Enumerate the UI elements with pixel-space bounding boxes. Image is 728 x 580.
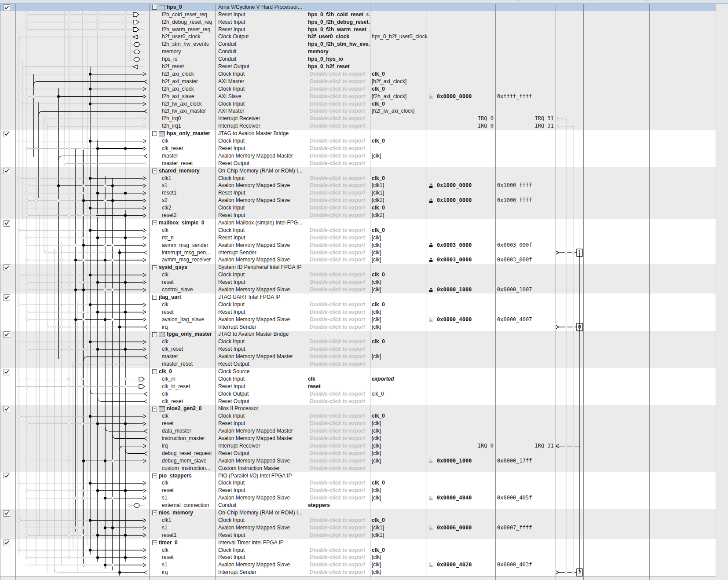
export-cell[interactable]: Double-click to export (307, 212, 368, 219)
export-cell[interactable]: Double-click to export (307, 286, 368, 294)
component-name-cell[interactable]: −pio_steppers (152, 472, 215, 480)
clock-cell[interactable]: [clk] (372, 308, 427, 316)
export-cell[interactable]: Double-click to export (307, 78, 368, 85)
component-name-cell[interactable]: −fpga_only_master (152, 330, 215, 338)
port-name-cell[interactable]: reset (162, 554, 215, 561)
port-name-cell[interactable]: f2h_irq1 (162, 122, 215, 130)
end-address-cell[interactable]: 0xffff_ffff (497, 93, 556, 100)
export-cell[interactable]: Double-click to export (307, 398, 368, 405)
port-name-cell[interactable]: master_reset (162, 360, 215, 368)
base-address-cell[interactable]: 0x0000_1000 (428, 457, 495, 465)
clock-cell[interactable]: clk_0 (372, 479, 427, 487)
export-cell[interactable]: hps_0_hps_io (308, 55, 370, 63)
export-cell[interactable]: Double-click to export (307, 256, 368, 264)
export-cell[interactable]: steppers (308, 502, 370, 509)
end-address-cell[interactable]: 0x0007_ffff (497, 524, 556, 532)
collapse-toggle[interactable]: − (152, 332, 157, 337)
port-name-cell[interactable]: clk (162, 547, 215, 554)
port-name-cell[interactable]: avalon_jtag_slave (162, 316, 215, 323)
base-address-cell[interactable]: 0x0006_0000 (428, 524, 495, 532)
clock-cell[interactable]: [clk1] (372, 182, 427, 189)
port-name-cell[interactable]: reset (162, 420, 215, 427)
clock-cell[interactable]: clk_0 (372, 517, 427, 524)
export-cell[interactable]: Double-click to export (307, 487, 368, 494)
port-name-cell[interactable]: h2f_axi_master (162, 78, 215, 85)
component-name-cell[interactable]: −mailbox_simple_0 (152, 219, 215, 227)
export-cell[interactable]: Double-click to export (307, 457, 368, 465)
clock-cell[interactable]: [clk] (372, 279, 427, 286)
clock-cell[interactable]: [clk] (372, 427, 427, 435)
export-cell[interactable]: Double-click to export (307, 465, 368, 472)
collapse-toggle[interactable]: − (152, 265, 157, 270)
use-checkbox[interactable] (4, 4, 10, 11)
clock-cell[interactable]: [clk] (372, 420, 427, 427)
clock-cell[interactable]: [clk2] (372, 197, 427, 204)
clock-cell[interactable]: [h2f_axi_clock] (372, 78, 427, 85)
export-cell[interactable]: Double-click to export (307, 145, 368, 152)
clock-cell[interactable]: [clk] (372, 242, 427, 249)
export-cell[interactable]: hps_0_f2h_warm_reset_... (308, 26, 370, 33)
irq-wires[interactable]: 102 (556, 0, 585, 580)
port-name-cell[interactable]: master (162, 152, 215, 160)
end-address-cell[interactable]: 0x0000_1007 (497, 286, 556, 294)
export-cell[interactable]: Double-click to export (307, 494, 368, 502)
port-name-cell[interactable]: clk (162, 390, 215, 398)
export-cell[interactable]: Double-click to export (307, 204, 368, 212)
base-address-cell[interactable]: 0x1000_0000 (428, 182, 495, 189)
port-name-cell[interactable]: f2h_irq0 (162, 115, 215, 122)
clock-cell[interactable]: clk_0 (372, 100, 427, 108)
clock-cell[interactable]: hps_0_h2f_user0_clock (372, 33, 427, 40)
export-cell[interactable]: Double-click to export (307, 420, 368, 427)
end-address-cell[interactable]: 0x0003_000f (497, 242, 556, 249)
export-cell[interactable]: Double-click to export (307, 442, 368, 450)
base-address-cell[interactable]: 0x0003_0000 (428, 242, 495, 249)
clock-cell[interactable]: [f2h_axi_clock] (372, 93, 427, 100)
port-name-cell[interactable]: clk_reset (162, 398, 215, 405)
port-name-cell[interactable]: memory (162, 48, 215, 55)
export-cell[interactable]: hps_0_f2h_cold_reset_r... (308, 11, 370, 18)
port-name-cell[interactable]: clk_in_reset (162, 383, 215, 390)
clock-cell[interactable]: [h2f_lw_axi_clock] (372, 107, 427, 115)
component-name-cell[interactable]: −hps_only_master (152, 130, 215, 137)
component-name-cell[interactable]: −nios_memory (152, 509, 215, 517)
export-cell[interactable]: Double-click to export (307, 569, 368, 576)
export-cell[interactable]: Double-click to export (307, 450, 368, 457)
collapse-toggle[interactable]: − (152, 474, 157, 478)
port-name-cell[interactable]: clk (162, 271, 215, 279)
port-name-cell[interactable]: master_reset (162, 160, 215, 167)
clock-cell[interactable]: clk_0 (372, 412, 427, 420)
use-checkbox[interactable] (4, 131, 10, 137)
export-cell[interactable]: Double-click to export (307, 107, 368, 115)
clock-cell[interactable]: [clk] (372, 561, 427, 569)
export-cell[interactable]: Double-click to export (307, 137, 368, 145)
clock-cell[interactable]: [clk] (372, 442, 427, 450)
clock-cell[interactable]: [clk] (372, 286, 427, 294)
port-name-cell[interactable]: clk2 (162, 204, 215, 212)
base-address-cell[interactable]: 0x0000_4000 (428, 316, 495, 323)
port-name-cell[interactable]: clk (162, 137, 215, 145)
port-name-cell[interactable]: clk (162, 412, 215, 420)
export-cell[interactable]: Double-click to export (307, 360, 368, 368)
use-checkbox[interactable] (4, 331, 10, 338)
port-name-cell[interactable]: external_connection (162, 502, 215, 509)
collapse-toggle[interactable]: − (152, 131, 157, 136)
clock-cell[interactable]: exported (372, 375, 427, 383)
port-name-cell[interactable]: data_master (162, 427, 215, 435)
export-cell[interactable]: Double-click to export (307, 554, 368, 561)
port-name-cell[interactable]: custom_instruction... (162, 465, 215, 472)
clock-cell[interactable]: [clk] (372, 256, 427, 264)
clock-cell[interactable]: [clk1] (372, 189, 427, 197)
export-cell[interactable]: Double-click to export (307, 435, 368, 442)
clock-cell[interactable]: [clk1] (372, 524, 427, 532)
clock-cell[interactable]: clk_0 (372, 547, 427, 554)
export-cell[interactable]: Double-click to export (307, 160, 368, 167)
end-address-cell[interactable]: 0x0000_17ff (497, 457, 556, 465)
use-checkbox[interactable] (4, 294, 10, 301)
port-name-cell[interactable]: s1 (162, 182, 215, 189)
export-cell[interactable]: Double-click to export (307, 182, 368, 189)
connections-matrix[interactable] (15, 0, 149, 580)
port-name-cell[interactable]: h2f_reset (162, 63, 215, 70)
use-checkbox[interactable] (4, 168, 10, 174)
port-name-cell[interactable]: hps_io (162, 55, 215, 63)
port-name-cell[interactable]: f2h_stm_hw_events (162, 40, 215, 48)
